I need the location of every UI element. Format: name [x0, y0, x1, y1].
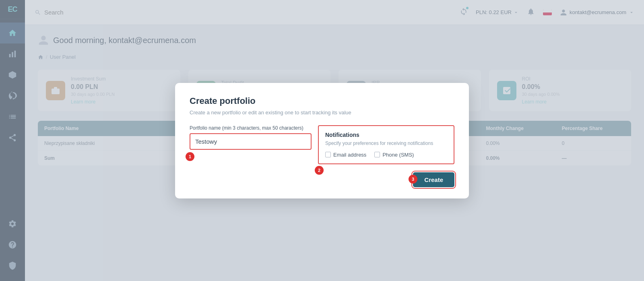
sms-label: Phone (SMS) — [382, 152, 414, 158]
email-option[interactable]: Email address — [325, 152, 366, 158]
sms-option[interactable]: Phone (SMS) — [374, 152, 414, 158]
modal-fields: Portfolio name (min 3 characters, max 50… — [190, 125, 454, 164]
notifications-box: Notifications Specify your preferences f… — [318, 125, 454, 164]
modal-footer: Create 3 — [190, 172, 454, 187]
email-label: Email address — [333, 152, 366, 158]
modal-subtitle: Create a new portfolio or edit an existi… — [190, 110, 454, 116]
modal-title: Create portfolio — [190, 96, 454, 106]
email-checkbox[interactable] — [325, 152, 331, 157]
portfolio-name-input[interactable] — [190, 133, 312, 150]
create-portfolio-modal: Create portfolio Create a new portfolio … — [175, 83, 469, 198]
portfolio-name-label: Portfolio name (min 3 characters, max 50… — [190, 125, 312, 131]
notifications-title: Notifications — [325, 132, 447, 138]
portfolio-name-group: Portfolio name (min 3 characters, max 50… — [190, 125, 312, 150]
annotation-1: 1 — [186, 152, 194, 161]
notifications-subtitle: Specify your preferences for receiving n… — [325, 140, 447, 146]
modal-overlay[interactable]: Create portfolio Create a new portfolio … — [0, 0, 644, 281]
notifications-options: Email address Phone (SMS) — [325, 152, 447, 158]
create-button[interactable]: Create — [413, 172, 454, 187]
annotation-3: 3 — [409, 175, 417, 184]
sms-checkbox[interactable] — [374, 152, 380, 157]
